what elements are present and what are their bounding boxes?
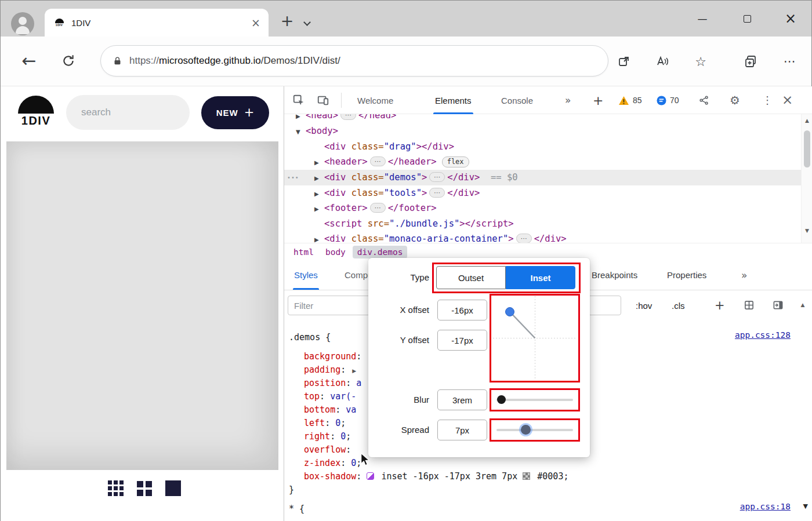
- breadcrumb-item-selected[interactable]: div.demos: [353, 246, 408, 258]
- issues-counter[interactable]: 70: [657, 86, 679, 114]
- expand-ellipsis-badge[interactable]: ⋯: [516, 234, 532, 243]
- tab-breakpoints[interactable]: Breakpoints: [592, 260, 637, 290]
- search-input[interactable]: [66, 95, 190, 130]
- tab-console[interactable]: Console: [501, 86, 533, 114]
- css-declaration[interactable]: overflow:: [304, 443, 351, 457]
- devtools-close-button[interactable]: ×: [782, 92, 793, 107]
- more-tabs-button[interactable]: »: [565, 86, 571, 114]
- expand-panel-button[interactable]: [773, 300, 784, 311]
- expand-ellipsis-badge[interactable]: ⋯: [370, 203, 386, 213]
- address-bar[interactable]: https://microsoftedge.github.io/Demos/1D…: [100, 45, 608, 76]
- tab-close-icon[interactable]: ×: [251, 16, 260, 29]
- new-style-rule-button[interactable]: +: [715, 290, 725, 320]
- css-declaration[interactable]: bottom: va: [304, 403, 356, 417]
- dom-node[interactable]: <div class="drag"></div>: [284, 139, 801, 155]
- feedback-button[interactable]: [698, 94, 710, 106]
- stylesheet-link[interactable]: app.css:18: [740, 502, 791, 511]
- css-declaration[interactable]: left: 0;: [304, 417, 346, 430]
- css-declaration[interactable]: background:: [304, 350, 361, 363]
- x-offset-input[interactable]: [437, 300, 487, 320]
- css-declaration[interactable]: * {: [289, 502, 304, 516]
- dom-node-selected[interactable]: •••▶<div class="demos">⋯</div> == $0: [284, 170, 801, 185]
- expand-arrow-icon[interactable]: ▶: [352, 365, 356, 378]
- back-button[interactable]: ←: [18, 50, 40, 71]
- tab-elements[interactable]: Elements: [435, 86, 472, 114]
- y-offset-input[interactable]: [437, 330, 487, 351]
- breadcrumb-item-body[interactable]: body: [321, 246, 350, 258]
- element-classes-button[interactable]: .cls: [672, 290, 685, 320]
- styles-scroll-down-icon[interactable]: ▼: [803, 502, 808, 510]
- expand-arrow-icon[interactable]: ▶: [314, 232, 324, 243]
- css-declaration[interactable]: padding: ▶: [304, 363, 357, 377]
- expand-arrow-icon[interactable]: ▶: [296, 114, 306, 123]
- demos-canvas[interactable]: [6, 141, 278, 470]
- expand-arrow-icon[interactable]: ▶: [314, 201, 324, 216]
- expand-ellipsis-badge[interactable]: ⋯: [340, 114, 356, 120]
- collapse-arrow-icon[interactable]: ▼: [296, 124, 306, 139]
- node-actions-icon[interactable]: •••: [287, 170, 299, 185]
- dom-node[interactable]: ▼<body>: [284, 123, 801, 139]
- expand-ellipsis-badge[interactable]: ⋯: [370, 156, 386, 166]
- expand-ellipsis-badge[interactable]: ⋯: [429, 188, 445, 198]
- styles-scroll-up-icon[interactable]: ▲: [797, 302, 809, 308]
- profile-avatar[interactable]: [11, 12, 34, 35]
- dom-scrollbar[interactable]: ▲ ▼: [801, 114, 812, 243]
- dom-node[interactable]: ▶<div class="tools">⋯</div>: [284, 185, 801, 201]
- device-toolbar-button[interactable]: [317, 94, 329, 107]
- devtools-menu-icon[interactable]: ⋮: [762, 94, 773, 106]
- dom-node[interactable]: ▶<div class="monaco-aria-container">⋯</d…: [284, 231, 801, 243]
- expand-arrow-icon[interactable]: ▶: [314, 170, 324, 185]
- expand-arrow-icon[interactable]: ▶: [314, 186, 324, 201]
- css-declaration[interactable]: z-index: 0;: [304, 457, 361, 470]
- css-declaration[interactable]: top: var(-: [304, 390, 356, 403]
- grid-3x3-view-button[interactable]: [108, 480, 124, 496]
- css-declaration[interactable]: }: [289, 483, 294, 497]
- spread-input[interactable]: [437, 420, 487, 440]
- css-declaration[interactable]: .demos {: [289, 331, 331, 344]
- scrollbar-thumb[interactable]: [804, 130, 810, 167]
- tab-styles[interactable]: Styles: [294, 260, 318, 290]
- css-declaration[interactable]: position: a: [304, 377, 361, 390]
- more-panels-button[interactable]: »: [741, 260, 747, 290]
- maximize-button[interactable]: [735, 10, 759, 27]
- css-declaration[interactable]: right: 0;: [304, 430, 351, 443]
- settings-gear-icon[interactable]: ⚙: [730, 93, 740, 107]
- window-close-button[interactable]: ×: [778, 10, 803, 27]
- refresh-button[interactable]: [61, 53, 76, 71]
- stylesheet-link[interactable]: app.css:128: [735, 330, 791, 340]
- site-logo[interactable]: 1DIV: [17, 96, 55, 127]
- expand-ellipsis-badge[interactable]: ⋯: [429, 172, 445, 182]
- scroll-up-icon[interactable]: ▲: [802, 118, 812, 123]
- browser-menu-button[interactable]: ⋯: [781, 53, 799, 70]
- dom-node[interactable]: <script src="./bundle.js"></script>: [284, 216, 801, 232]
- tab-properties[interactable]: Properties: [667, 260, 706, 290]
- flex-badge[interactable]: flex: [442, 156, 469, 167]
- grid-2x2-view-button[interactable]: [137, 481, 152, 496]
- scroll-down-icon[interactable]: ▼: [802, 228, 812, 234]
- collections-button[interactable]: [742, 53, 759, 70]
- favorites-button[interactable]: ☆: [692, 53, 709, 70]
- blur-input[interactable]: [437, 389, 487, 410]
- minimize-button[interactable]: —: [690, 10, 715, 27]
- warnings-counter[interactable]: 85: [618, 86, 642, 114]
- css-overview-button[interactable]: [744, 300, 755, 311]
- new-tab-button[interactable]: +: [278, 12, 296, 31]
- css-declaration[interactable]: box-shadow: inset -16px -17px 3rem 7px #…: [304, 470, 568, 483]
- dom-node[interactable]: ▶<footer>⋯</footer>: [284, 201, 801, 216]
- breadcrumb-item-html[interactable]: html: [289, 246, 318, 258]
- read-aloud-button[interactable]: [654, 53, 671, 70]
- inspect-element-button[interactable]: [292, 94, 305, 107]
- shadow-editor-icon[interactable]: [367, 472, 374, 480]
- dom-node[interactable]: ▶<header>⋯</header>flex: [284, 154, 801, 170]
- open-in-sidebar-button[interactable]: [615, 53, 633, 70]
- color-swatch[interactable]: [523, 472, 530, 480]
- expand-arrow-icon[interactable]: ▶: [314, 155, 324, 170]
- browser-tab[interactable]: 1DIV 1DIV ×: [45, 9, 269, 37]
- single-view-button[interactable]: [165, 480, 181, 496]
- url-text[interactable]: https://microsoftedge.github.io/Demos/1D…: [129, 55, 340, 67]
- tab-welcome[interactable]: Welcome: [357, 86, 393, 114]
- dom-node[interactable]: ▶<head>⋯</head>: [284, 114, 801, 123]
- new-button[interactable]: NEW +: [201, 96, 269, 129]
- lock-icon[interactable]: [113, 56, 122, 67]
- toggle-hover-state-button[interactable]: :hov: [636, 290, 652, 320]
